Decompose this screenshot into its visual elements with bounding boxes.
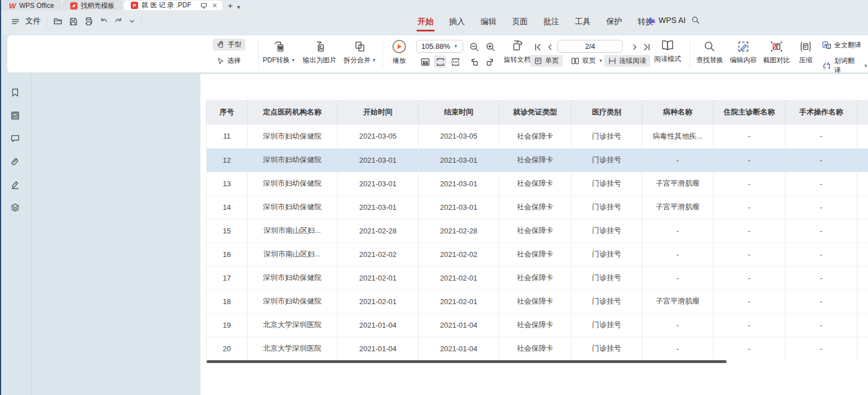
hand-tool-button[interactable]: 手型	[213, 39, 245, 50]
play-button[interactable]: 播放	[389, 39, 409, 66]
menu-item-tools[interactable]: 工具	[574, 16, 592, 30]
compress-button[interactable]: 压缩	[792, 40, 819, 65]
bookmarks-icon[interactable]	[10, 88, 20, 98]
word-translate-button[interactable]: A文 划词翻译 ▼	[818, 55, 868, 76]
table-cell: -	[714, 125, 785, 148]
wps-ai-button[interactable]: WPS AI	[647, 16, 686, 25]
table-row[interactable]: 19北京大学深圳医院2021-01-042021-01-04社会保障卡门诊挂号-…	[207, 313, 868, 337]
tab-document-pdf[interactable]: P 就 医 记 录 .PDF	[124, 1, 222, 10]
find-replace-icon	[703, 40, 716, 53]
zoom-out-button[interactable]	[468, 40, 480, 53]
rotate-document-button[interactable]: 旋转文档	[500, 38, 534, 65]
table-cell: 深圳市妇幼保健院	[248, 125, 337, 148]
menu-item-annotate[interactable]: 批注	[542, 16, 560, 30]
table-cell: 深圳市南山区妇...	[248, 242, 337, 266]
table-cell: -	[714, 172, 785, 195]
comments-icon[interactable]	[10, 134, 20, 144]
table-row[interactable]: 13深圳市妇幼保健院2021-03-012021-03-01社会保障卡门诊挂号子…	[207, 172, 868, 195]
new-tab-button[interactable]: +	[228, 1, 233, 10]
file-menu[interactable]: 文件	[25, 16, 41, 26]
table-cell: 18	[207, 290, 248, 313]
column-header: 结束时间	[419, 100, 499, 125]
screenshot-compare-button[interactable]: 截图对比	[760, 40, 793, 65]
previous-page-button[interactable]	[544, 41, 556, 53]
full-translate-button[interactable]: A文 全文翻译	[818, 39, 865, 51]
pdf-convert-button[interactable]: W PDF转换▼	[261, 40, 298, 65]
chevron-down-icon: ▼	[599, 58, 603, 63]
table-row[interactable]: 11深圳市妇幼保健院2021-03-052021-03-05社会保障卡门诊挂号病…	[207, 125, 868, 148]
table-cell: -	[642, 242, 714, 266]
table-cell: 2021-03-01	[419, 195, 499, 219]
layers-icon[interactable]	[10, 203, 20, 213]
table-row[interactable]: 17深圳市妇幼保健院2021-02-012021-02-01社会保障卡门诊挂号-…	[207, 266, 868, 290]
find-replace-button[interactable]: 查找替换	[693, 40, 727, 65]
print-icon[interactable]	[84, 16, 94, 26]
table-cell: -	[714, 242, 785, 266]
table-cell-partial	[857, 337, 868, 360]
select-tool-button[interactable]: 选择	[213, 55, 245, 67]
table-row[interactable]: 16深圳市南山区妇...2021-02-022021-02-02社会保障卡门诊挂…	[207, 242, 868, 266]
zoom-in-button[interactable]	[484, 40, 496, 53]
export-image-button[interactable]: 输出为图片	[299, 40, 340, 65]
table-cell: -	[785, 242, 857, 266]
wps-ai-icon	[647, 16, 656, 24]
page-number-input[interactable]: 2/4	[558, 40, 623, 53]
menu-search-icon[interactable]	[691, 15, 700, 25]
menu-item-insert[interactable]: 插入	[448, 16, 466, 30]
rotate-left-button[interactable]	[468, 56, 480, 68]
single-page-button[interactable]: 单页	[530, 55, 563, 67]
table-row[interactable]: 18深圳市妇幼保健院2021-02-012021-02-01社会保障卡门诊挂号子…	[207, 290, 868, 313]
open-file-icon[interactable]	[53, 16, 63, 26]
table-cell: 门诊挂号	[572, 148, 642, 172]
table-cell: 12	[207, 148, 248, 172]
tab-list-chevron-icon[interactable]: ▼	[236, 4, 241, 10]
pdf-page[interactable]: 序号定点医药机构名称开始时间结束时间就诊凭证类型医疗类别病种名称住院主诊断名称手…	[200, 74, 868, 395]
rotate-right-button[interactable]	[484, 56, 496, 68]
undo-icon[interactable]	[99, 17, 108, 26]
play-icon	[392, 39, 406, 54]
table-cell: 门诊挂号	[572, 337, 642, 360]
medical-records-table: 序号定点医药机构名称开始时间结束时间就诊凭证类型医疗类别病种名称住院主诊断名称手…	[206, 100, 868, 360]
table-row[interactable]: 15深圳市南山区妇...2021-02-282021-02-28社会保障卡门诊挂…	[207, 219, 868, 242]
signature-icon[interactable]	[10, 180, 20, 190]
table-cell: -	[785, 148, 857, 172]
table-cell: 深圳市妇幼保健院	[248, 195, 337, 219]
next-page-button[interactable]	[628, 41, 641, 53]
first-page-button[interactable]	[532, 41, 544, 53]
fit-page-button[interactable]	[449, 56, 462, 68]
menu-item-page[interactable]: 页面	[511, 16, 529, 30]
export-image-icon	[313, 40, 326, 53]
table-row[interactable]: 20北京大学深圳医院2021-01-042021-01-04社会保障卡门诊挂号-…	[207, 337, 868, 360]
attachments-icon[interactable]	[10, 157, 20, 167]
save-icon[interactable]	[68, 17, 78, 26]
menu-item-home[interactable]: 开始	[417, 16, 435, 30]
actual-size-button[interactable]: 1:1	[419, 56, 431, 68]
tab-docer-templates[interactable]: 找稻壳模板	[63, 1, 122, 10]
column-header: 病种名称	[642, 100, 714, 125]
thumbnails-icon[interactable]	[10, 111, 20, 121]
continuous-read-button[interactable]: 连续阅读	[604, 55, 650, 67]
monitor-icon[interactable]	[200, 2, 207, 9]
redo-icon[interactable]	[114, 17, 123, 26]
menu-item-edit[interactable]: 编辑	[479, 16, 497, 30]
tab-wps-office[interactable]: W WPS Office	[2, 1, 61, 10]
tab-label: WPS Office	[19, 2, 54, 10]
quick-access-chevron-icon[interactable]	[129, 18, 135, 25]
table-cell: 2021-03-01	[337, 172, 419, 195]
table-cell: 2021-03-05	[419, 125, 499, 148]
window-left-border	[0, 0, 1, 395]
zoom-level-select[interactable]: 105.88% ▼	[416, 40, 463, 53]
menu-item-protect[interactable]: 保护	[605, 16, 623, 30]
full-translate-icon: A文	[822, 40, 832, 50]
table-cell: 2021-01-04	[337, 313, 419, 337]
double-page-button[interactable]: 双页 ▼	[567, 55, 607, 67]
hamburger-menu-icon[interactable]	[11, 17, 20, 26]
table-row[interactable]: 14深圳市妇幼保健院2021-03-012021-03-01社会保障卡门诊挂号子…	[207, 195, 868, 219]
fit-width-button[interactable]	[434, 56, 446, 68]
table-cell: -	[714, 266, 785, 290]
split-merge-button[interactable]: 拆分合并▼	[342, 40, 378, 65]
table-row[interactable]: 12深圳市妇幼保健院2021-03-012021-03-01社会保障卡门诊挂号-…	[207, 148, 868, 172]
edit-content-button[interactable]: 编辑内容	[727, 40, 760, 65]
close-tab-icon[interactable]	[212, 2, 218, 8]
read-mode-button[interactable]: 阅读模式	[651, 39, 684, 64]
